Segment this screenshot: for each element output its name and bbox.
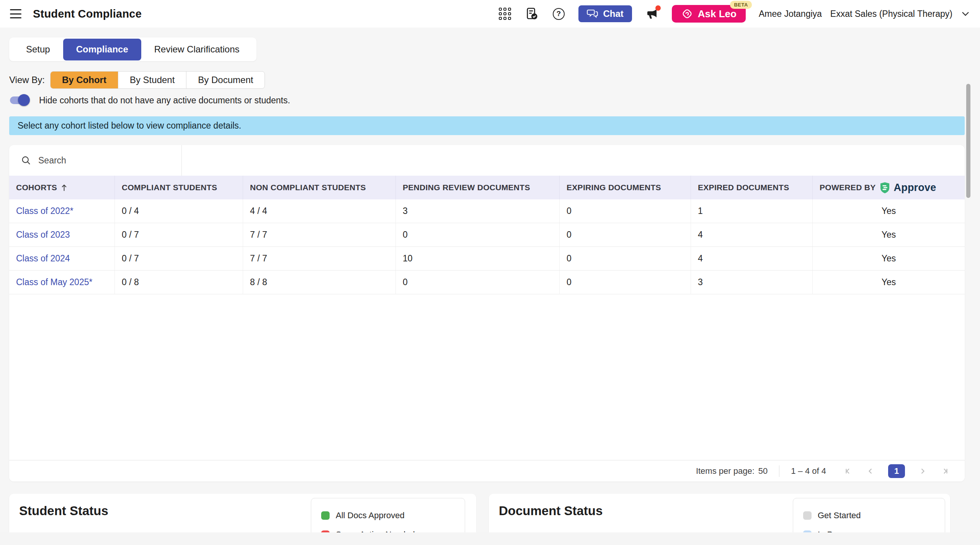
last-page-icon[interactable] [940, 467, 949, 476]
cohort-link[interactable]: Class of 2023 [16, 230, 70, 240]
non-compliant-students-cell: 4 / 4 [243, 199, 396, 223]
expired-documents-cell: 4 [691, 223, 813, 246]
document-status-card: Document Status Get Started In Progress [489, 494, 950, 532]
hamburger-menu-icon[interactable] [10, 9, 23, 18]
bottom-section: Student Status All Docs Approved Some Ac… [0, 486, 980, 532]
items-per-page-label: Items per page: [696, 466, 755, 476]
sort-ascending-icon[interactable] [61, 184, 67, 191]
page-title: Student Compliance [33, 8, 142, 20]
table-row[interactable]: Class of 2023 0 / 7 7 / 7 0 0 4 Yes [9, 223, 965, 247]
powered-by-approve-cell: Yes [813, 223, 965, 246]
previous-page-icon[interactable] [866, 467, 875, 476]
student-status-title: Student Status [19, 504, 108, 518]
notification-dot [655, 5, 661, 11]
expiring-documents-cell: 0 [560, 247, 691, 270]
pagination-divider [779, 465, 779, 477]
cohort-link[interactable]: Class of May 2025* [16, 277, 92, 287]
legend-label: Some Action Needed [336, 530, 415, 532]
user-name: Amee Jotangiya [759, 9, 822, 19]
column-header-powered-by-approve: POWERED BY Approve [813, 176, 965, 199]
non-compliant-students-cell: 7 / 7 [243, 223, 396, 246]
chat-button[interactable]: Chat [578, 5, 632, 22]
compliant-students-cell: 0 / 8 [115, 271, 243, 294]
non-compliant-students-cell: 8 / 8 [243, 271, 396, 294]
compliant-students-cell: 0 / 7 [115, 223, 243, 246]
view-by-label: View By: [9, 75, 45, 85]
view-by-cohort[interactable]: By Cohort [51, 72, 118, 88]
legend-entry: In Progress [803, 530, 935, 532]
powered-by-approve-cell: Yes [813, 199, 965, 223]
info-banner: Select any cohort listed below to view c… [9, 116, 965, 135]
view-by-document[interactable]: By Document [186, 72, 265, 88]
user-account-menu[interactable]: Amee Jotangiya Exxat Sales (Physical The… [759, 9, 970, 19]
beta-badge: BETA [730, 1, 751, 9]
expiring-documents-cell: 0 [560, 271, 691, 294]
cohort-link[interactable]: Class of 2024 [16, 253, 70, 264]
app-header: Student Compliance ? Chat [0, 0, 980, 28]
cohort-link[interactable]: Class of 2022* [16, 206, 74, 216]
apps-grid-icon[interactable] [498, 7, 512, 21]
account-name: Exxat Sales (Physical Therapy) [830, 9, 952, 19]
column-header-expiring-documents: EXPIRING DOCUMENTS [560, 176, 691, 199]
chat-button-label: Chat [603, 8, 623, 19]
view-by-student[interactable]: By Student [118, 72, 186, 88]
pagination-range: 1 – 4 of 4 [791, 466, 826, 476]
search-box [9, 145, 182, 176]
column-header-non-compliant-students: NON COMPLIANT STUDENTS [243, 176, 396, 199]
legend-label: In Progress [818, 530, 861, 532]
pagination-nav: 1 [844, 464, 949, 478]
expiring-documents-cell: 0 [560, 223, 691, 246]
chat-bubbles-icon [587, 9, 598, 19]
tab-bar: Setup Compliance Review Clarifications [9, 38, 256, 61]
document-status-legend: Get Started In Progress [793, 498, 945, 532]
current-page-button[interactable]: 1 [888, 464, 905, 478]
legend-entry: Some Action Needed [321, 530, 455, 532]
tab-review-clarifications[interactable]: Review Clarifications [141, 38, 253, 61]
student-status-card: Student Status All Docs Approved Some Ac… [9, 494, 476, 532]
leo-knot-icon [681, 8, 693, 20]
compliant-students-cell: 0 / 7 [115, 247, 243, 270]
expired-documents-cell: 4 [691, 247, 813, 270]
table-row[interactable]: Class of May 2025* 0 / 8 8 / 8 0 0 3 Yes [9, 271, 965, 294]
pagination-bar: Items per page: 50 1 – 4 of 4 1 [9, 460, 965, 481]
tab-compliance[interactable]: Compliance [63, 39, 141, 60]
table-toolbar [9, 145, 965, 176]
hide-cohorts-toggle-label: Hide cohorts that do not have any active… [39, 95, 290, 106]
student-status-legend: All Docs Approved Some Action Needed [311, 498, 465, 532]
compliant-students-cell: 0 / 4 [115, 199, 243, 223]
hide-cohorts-toggle[interactable] [10, 95, 29, 106]
table-row[interactable]: Class of 2022* 0 / 4 4 / 4 3 0 1 Yes [9, 199, 965, 223]
first-page-icon[interactable] [844, 467, 853, 476]
tasks-document-check-icon[interactable] [525, 7, 539, 21]
approve-brand-name: Approve [894, 182, 936, 194]
table-header-row: COHORTS COMPLIANT STUDENTS NON COMPLIANT… [9, 176, 965, 199]
document-status-title: Document Status [499, 504, 603, 518]
bottom-gray-band [0, 532, 980, 545]
table-row[interactable]: Class of 2024 0 / 7 7 / 7 10 0 4 Yes [9, 247, 965, 271]
vertical-scrollbar-thumb[interactable] [966, 84, 970, 198]
column-header-cohorts[interactable]: COHORTS [9, 176, 115, 199]
expiring-documents-cell: 0 [560, 199, 691, 223]
all-docs-approved-swatch [321, 511, 330, 520]
column-header-pending-review-documents: PENDING REVIEW DOCUMENTS [396, 176, 560, 199]
pending-review-documents-cell: 3 [396, 199, 560, 223]
items-per-page-value[interactable]: 50 [758, 466, 768, 476]
pending-review-documents-cell: 0 [396, 223, 560, 246]
expired-documents-cell: 1 [691, 199, 813, 223]
ask-leo-button[interactable]: Ask Leo BETA [672, 5, 746, 23]
legend-label: Get Started [818, 511, 861, 521]
tab-setup[interactable]: Setup [13, 38, 63, 61]
search-input[interactable] [38, 155, 165, 166]
expired-documents-cell: 3 [691, 271, 813, 294]
next-page-icon[interactable] [918, 467, 927, 476]
column-header-expired-documents: EXPIRED DOCUMENTS [691, 176, 813, 199]
pending-review-documents-cell: 0 [396, 271, 560, 294]
announcements-megaphone-icon[interactable] [645, 7, 659, 21]
cohort-table-card: COHORTS COMPLIANT STUDENTS NON COMPLIANT… [9, 145, 965, 481]
legend-entry: All Docs Approved [321, 511, 455, 521]
get-started-swatch [803, 511, 812, 520]
powered-by-approve-cell: Yes [813, 271, 965, 294]
approve-shield-icon [880, 182, 890, 194]
chevron-down-icon[interactable] [961, 11, 970, 17]
help-icon[interactable]: ? [552, 7, 565, 21]
